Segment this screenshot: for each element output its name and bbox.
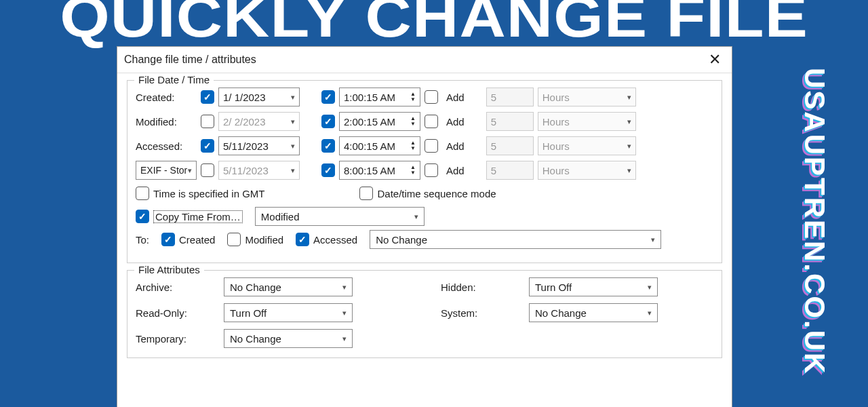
label-accessed: Accessed: [136,140,197,152]
time-accessed[interactable]: 4:00:15 AM▲▼ [339,136,420,155]
chevron-down-icon: ▾ [648,309,652,317]
label-to-modified: Modified [245,234,283,246]
select-archive[interactable]: No Change▾ [224,277,353,296]
exif-select[interactable]: EXIF - Stored Time▾ [136,161,197,180]
spinner-icon[interactable]: ▲▼ [410,165,416,176]
row-exif: EXIF - Stored Time▾ 5/11/2023▾ 8:00:15 A… [136,161,713,180]
row-copy-from: Copy Time From… Modified▾ [136,207,713,226]
chevron-down-icon: ▾ [342,283,347,292]
label-to: To: [136,234,149,246]
group-label-attributes: File Attributes [134,264,204,275]
select-readonly[interactable]: Turn Off▾ [224,303,353,322]
select-temporary[interactable]: No Change▾ [224,329,353,348]
num-modified[interactable]: 5 [486,112,534,131]
label-to-created: Created [179,234,215,246]
checkbox-accessed-add[interactable] [425,139,438,153]
row-to: To: Created Modified Accessed No Change▾ [136,230,713,249]
select-system[interactable]: No Change▾ [529,303,658,322]
chevron-down-icon: ▾ [627,166,631,175]
label-to-accessed: Accessed [313,234,357,246]
num-exif[interactable]: 5 [486,161,534,180]
checkbox-to-created[interactable] [161,233,175,246]
chevron-down-icon: ▾ [627,117,631,126]
titlebar: Change file time / attributes ✕ [117,47,732,73]
chevron-down-icon: ▾ [651,235,655,244]
unit-accessed[interactable]: Hours▾ [538,136,636,155]
checkbox-created-add[interactable] [425,90,438,104]
chevron-down-icon: ▾ [291,93,295,102]
chevron-down-icon: ▾ [342,309,347,317]
checkbox-to-modified[interactable] [227,233,241,246]
select-hidden[interactable]: Turn Off▾ [529,277,658,296]
date-created[interactable]: 1/ 1/2023▾ [218,88,300,106]
chevron-down-icon: ▾ [188,166,192,175]
chevron-down-icon: ▾ [627,93,631,102]
select-copy-source[interactable]: Modified▾ [255,207,425,226]
file-attributes-group: File Attributes Archive: No Change▾ Hidd… [127,270,722,358]
chevron-down-icon: ▾ [291,117,295,126]
label-sequence: Date/time sequence mode [377,188,496,199]
close-icon[interactable]: ✕ [705,51,725,69]
unit-created[interactable]: Hours▾ [538,88,636,106]
row-modified: Modified: 2/ 2/2023▾ 2:00:15 AM▲▼ Add 5 … [136,112,713,131]
label-add: Add [446,140,465,152]
checkbox-exif-date[interactable] [201,163,214,177]
label-gmt: Time is specified in GMT [153,188,264,199]
dialog-window: Change file time / attributes ✕ File Dat… [117,46,732,407]
row-accessed: Accessed: 5/11/2023▾ 4:00:15 AM▲▼ Add 5 … [136,136,713,155]
checkbox-created-time[interactable] [321,90,335,104]
label-system: System: [441,307,529,319]
date-accessed[interactable]: 5/11/2023▾ [218,136,300,155]
chevron-down-icon: ▾ [291,142,295,151]
label-add: Add [446,165,465,176]
spinner-icon[interactable]: ▲▼ [410,116,416,127]
spinner-icon[interactable]: ▲▼ [410,140,416,151]
label-modified: Modified: [136,116,197,128]
time-modified[interactable]: 2:00:15 AM▲▼ [339,112,420,131]
time-exif[interactable]: 8:00:15 AM▲▼ [339,161,420,180]
select-no-change[interactable]: No Change▾ [370,230,661,249]
label-created: Created: [136,92,197,103]
checkbox-gmt[interactable] [136,187,149,200]
checkbox-modified-time[interactable] [321,115,335,128]
spinner-icon[interactable]: ▲▼ [410,92,416,102]
chevron-down-icon: ▾ [414,212,418,221]
checkbox-created-date[interactable] [201,90,214,104]
checkbox-accessed-time[interactable] [321,139,335,153]
checkbox-modified-date[interactable] [201,115,214,128]
date-modified[interactable]: 2/ 2/2023▾ [218,112,300,131]
num-created[interactable]: 5 [486,88,534,106]
label-copy-from[interactable]: Copy Time From… [153,210,243,223]
row-flags: Time is specified in GMT Date/time seque… [136,187,713,200]
checkbox-to-accessed[interactable] [296,233,309,246]
unit-modified[interactable]: Hours▾ [538,112,636,131]
checkbox-accessed-date[interactable] [201,139,214,153]
checkbox-exif-time[interactable] [321,163,335,177]
group-label-datetime: File Date / Time [134,74,214,85]
checkbox-copy-from[interactable] [136,210,149,223]
checkbox-modified-add[interactable] [425,115,438,128]
file-date-time-group: File Date / Time Created: 1/ 1/2023▾ 1:0… [127,80,722,263]
label-add: Add [446,116,465,128]
unit-exif[interactable]: Hours▾ [538,161,636,180]
chevron-down-icon: ▾ [342,334,347,343]
label-readonly: Read-Only: [136,307,224,319]
label-add: Add [446,92,465,103]
dialog-title: Change file time / attributes [124,54,256,66]
chevron-down-icon: ▾ [291,166,295,175]
label-hidden: Hidden: [441,282,529,293]
label-temporary: Temporary: [136,333,224,345]
checkbox-sequence[interactable] [359,187,373,200]
checkbox-exif-add[interactable] [425,163,438,177]
label-archive: Archive: [136,282,224,293]
num-accessed[interactable]: 5 [486,136,534,155]
chevron-down-icon: ▾ [627,142,631,151]
chevron-down-icon: ▾ [648,283,652,292]
time-created[interactable]: 1:00:15 AM▲▼ [339,88,420,106]
row-created: Created: 1/ 1/2023▾ 1:00:15 AM▲▼ Add 5 H… [136,88,713,106]
date-exif[interactable]: 5/11/2023▾ [218,161,300,180]
brand-watermark: USAUPTREN.CO.UK [798,68,831,375]
